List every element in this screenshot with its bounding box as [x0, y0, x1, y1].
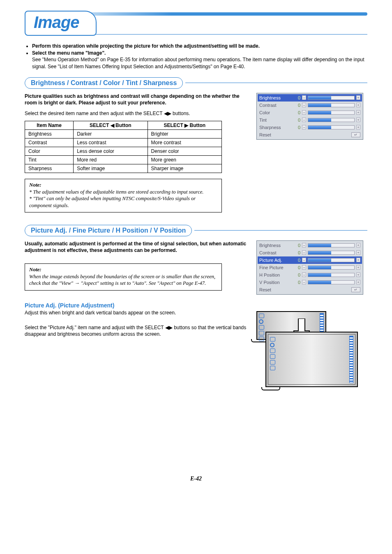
cell: More contrast [148, 138, 221, 147]
osd-value: 0 [294, 125, 300, 130]
cell: Softer image [74, 164, 148, 173]
page-number: E-42 [25, 476, 367, 482]
overlap-icon [270, 360, 275, 365]
section2-osd: Brightness 0 − + Contrast 0 − + Picture … [256, 240, 363, 295]
osd-value: 0 [294, 280, 300, 285]
folder-icon [259, 325, 264, 330]
section3-line2: Select the "Picture Adj." item name and … [25, 324, 247, 337]
note-head: Note: [29, 182, 217, 189]
intro-bullet-2: Select the menu name "Image". See "Menu … [32, 50, 367, 70]
osd-slider-fill [308, 126, 331, 129]
minus-icon: − [302, 272, 306, 277]
misc-icon [270, 366, 275, 370]
minus-icon: − [302, 243, 306, 247]
minus-icon: − [302, 95, 306, 100]
minus-icon: − [302, 118, 306, 122]
osd-reset-area: ↵ [294, 132, 360, 137]
osd-value: 0 [294, 243, 300, 248]
osd-slider [308, 251, 355, 255]
cell: Color [25, 147, 74, 156]
plus-icon: + [356, 265, 360, 270]
table-row: Color Less dense color Denser color [25, 147, 222, 156]
plus-icon: + [356, 272, 360, 277]
section2-right: Brightness 0 − + Contrast 0 − + Picture … [256, 240, 367, 393]
intro-bullets: Perform this operation while projecting … [32, 43, 367, 70]
section2-header-row: Picture Adj. / Fine Picture / H Position… [25, 225, 367, 236]
osd-reset-label: Reset [259, 287, 292, 292]
section1-blurb-plain: Select the desired item name and then ad… [25, 110, 247, 117]
intro-bullet-2-title: Select the menu name "Image". [32, 50, 106, 56]
title-box: Image [25, 11, 97, 36]
plus-icon: + [356, 250, 360, 255]
square-icon [259, 331, 264, 335]
section2-note-box: Note: When the image extends beyond the … [25, 263, 222, 290]
osd-label: Color [259, 110, 292, 115]
enter-icon: ↵ [351, 287, 360, 292]
minus-icon: − [302, 280, 306, 284]
osd-row-contrast: Contrast 0 − + [258, 249, 362, 256]
osd-row-h-position: H Position 0 − + [258, 271, 362, 279]
osd-slider [308, 280, 355, 284]
cell: Less dense color [74, 147, 148, 156]
section1-osd: Brightness 0 − + Contrast 0 − + Color 0 … [256, 93, 363, 140]
cell: Darker [74, 130, 148, 138]
diagram-icon-column [259, 314, 264, 341]
section2-body: Usually, automatic adjustment is perform… [25, 240, 367, 393]
page-title-block: Image [25, 12, 367, 35]
osd-row-picture-adj: Picture Adj. 0 − + [258, 256, 362, 264]
osd-slider [308, 243, 355, 247]
stand-icon [251, 339, 267, 342]
page-title: Image [34, 13, 79, 31]
diagram-screen-after [265, 332, 358, 387]
section1-header-line [185, 83, 367, 83]
osd-label: Contrast [259, 103, 292, 108]
section1-note-box: Note: * The adjustment values of the adj… [25, 179, 222, 212]
osd-row-v-position: V Position 0 − + [258, 279, 362, 286]
osd-label: Brightness [259, 243, 292, 248]
osd-label: Fine Picture [259, 265, 292, 270]
cell: More red [74, 156, 148, 164]
osd-slider [308, 258, 355, 262]
osd-slider [308, 118, 355, 122]
projector-icon [259, 314, 264, 318]
section1-header: Brightness / Contrast / Color / Tint / S… [25, 77, 183, 89]
osd-reset-label: Reset [259, 132, 292, 137]
table-row: Brightness Darker Brighter [25, 130, 222, 138]
section1-right: Brightness 0 − + Contrast 0 − + Color 0 … [256, 93, 367, 140]
plus-icon: + [356, 243, 360, 247]
osd-row-tint: Tint 0 − + [258, 116, 362, 124]
diagram-icon-column [270, 337, 275, 370]
enter-icon: ↵ [351, 132, 360, 137]
th-select-left: SELECT ◀ Button [74, 121, 148, 130]
title-rule [86, 34, 367, 35]
plus-icon: + [356, 118, 360, 122]
osd-value: 0 [294, 110, 300, 115]
osd-value: 0 [294, 265, 300, 270]
osd-row-reset: Reset ↵ [258, 131, 362, 138]
table-row: Sharpness Softer image Sharper image [25, 164, 222, 173]
th-item-name: Item Name [25, 121, 74, 130]
osd-slider [308, 103, 355, 107]
osd-slider [308, 111, 355, 115]
section2-header-line [194, 230, 367, 231]
osd-reset-area: ↵ [294, 287, 360, 292]
osd-slider [308, 96, 355, 100]
section1-body: Picture qualities such as brightness and… [25, 93, 367, 212]
circle-icon [259, 319, 263, 324]
section2-blurb-bold: Usually, automatic adjustment is perform… [25, 240, 247, 254]
osd-label: Picture Adj. [259, 258, 292, 263]
section1-blurb-bold: Picture qualities such as brightness and… [25, 93, 247, 106]
osd-value: 0 [294, 272, 300, 277]
osd-row-brightness: Brightness 0 − + [258, 242, 362, 249]
plus-icon: + [356, 110, 360, 115]
osd-row-reset: Reset ↵ [258, 286, 362, 293]
osd-value: 0 [294, 95, 300, 100]
section3-line1: Adjust this when bright and dark vertica… [25, 309, 247, 316]
osd-slider-fill [308, 111, 331, 114]
stand-icon [261, 387, 280, 390]
osd-value: 0 [294, 258, 300, 263]
osd-slider-fill [308, 251, 331, 254]
minus-icon: − [302, 265, 306, 270]
table-row: Tint More red More green [25, 156, 222, 164]
section2-left: Usually, automatic adjustment is perform… [25, 240, 247, 342]
